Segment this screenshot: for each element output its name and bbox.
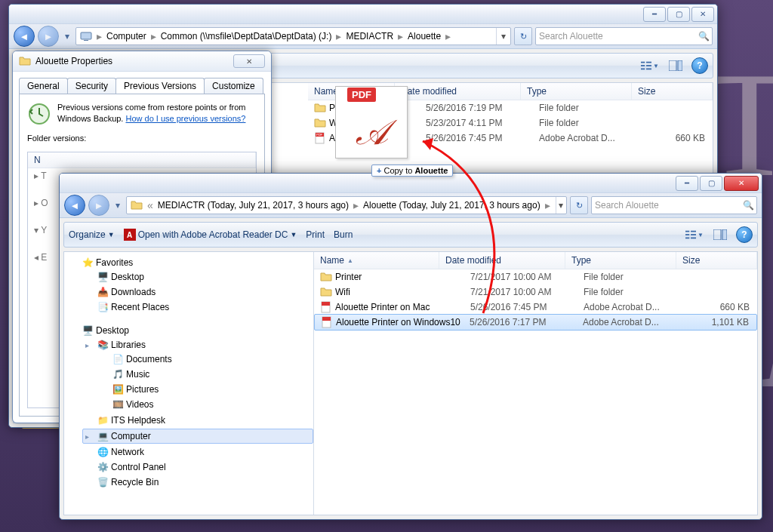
column-headers[interactable]: Name▲ Date modified Type Size [308, 83, 713, 100]
properties-titlebar[interactable]: Alouette Properties ✕ [13, 51, 271, 72]
navbar-top: ◄ ► ▾ ▸ Computer ▸ Common (\\msfile\Dept… [9, 24, 717, 49]
list-item[interactable]: Alouette Printer on Mac 5/26/2016 7:45 P… [314, 300, 757, 315]
col-date[interactable]: Date modified [439, 252, 565, 269]
tab-security[interactable]: Security [67, 78, 116, 94]
forward-button[interactable]: ► [38, 26, 59, 47]
tree-favorites[interactable]: Favorites [96, 257, 133, 268]
col-date[interactable]: Date modified [395, 83, 521, 100]
list-item[interactable]: Printer 7/21/2017 10:00 AM File folder [314, 269, 757, 284]
preview-pane-button[interactable] [710, 226, 730, 243]
close-button[interactable]: ✕ [691, 7, 714, 22]
col-name[interactable]: N [28, 152, 256, 168]
col-type[interactable]: Type [521, 83, 632, 100]
refresh-button[interactable]: ↻ [570, 196, 588, 214]
restore-icon [27, 102, 51, 126]
breadcrumb-sep[interactable]: ▸ [336, 30, 341, 42]
computer-icon [80, 30, 92, 42]
organize-button[interactable]: Organize▼ [69, 229, 115, 240]
tree-item[interactable]: Music [126, 369, 149, 380]
tree-item[interactable]: Control Panel [111, 462, 166, 472]
sort-asc-icon: ▲ [347, 257, 353, 264]
close-button[interactable]: ✕ [233, 54, 265, 68]
svg-rect-23 [322, 302, 330, 306]
col-name[interactable]: Name [320, 255, 344, 266]
address-bar[interactable]: ▸ Computer ▸ Common (\\msfile\DeptData\D… [75, 27, 511, 45]
breadcrumb-item[interactable]: Alouette (Today, July 21, 2017, 3 hours … [363, 200, 540, 211]
maximize-button[interactable]: ▢ [700, 176, 722, 191]
breadcrumb-sep[interactable]: ▸ [97, 30, 102, 42]
help-button[interactable]: ? [736, 226, 753, 243]
view-details-button[interactable]: ▼ [640, 57, 660, 74]
burn-button[interactable]: Burn [334, 229, 353, 240]
open-with-button[interactable]: A Open with Adobe Acrobat Reader DC▼ [124, 229, 297, 241]
folder-versions-label: Folder versions: [27, 134, 257, 143]
address-dropdown[interactable]: ▾ [556, 197, 566, 214]
svg-rect-19 [691, 238, 696, 239]
help-button[interactable]: ? [691, 57, 708, 74]
breadcrumb-item[interactable]: Alouette [408, 31, 441, 42]
address-bar[interactable]: « MEDIACTR (Today, July 21, 2017, 3 hour… [126, 196, 567, 214]
col-size[interactable]: Size [676, 252, 757, 269]
minimize-button[interactable]: ━ [676, 176, 698, 191]
forward-button[interactable]: ► [88, 195, 109, 216]
search-input[interactable]: Search Alouette 🔍 [591, 196, 757, 214]
breadcrumb-item[interactable]: Computer [106, 31, 146, 42]
refresh-button[interactable]: ↻ [514, 27, 532, 45]
breadcrumb-item[interactable]: MEDIACTR [346, 31, 393, 42]
tree-item[interactable]: Pictures [126, 384, 159, 395]
history-dropdown[interactable]: ▾ [112, 195, 123, 215]
tree-item-computer[interactable]: Computer [111, 431, 151, 441]
minimize-button[interactable]: ━ [643, 7, 666, 22]
titlebar-top[interactable]: ━ ▢ ✕ [9, 5, 717, 24]
search-icon: 🔍 [743, 200, 754, 211]
breadcrumb-item[interactable]: Common (\\msfile\DeptData\DeptData) (J:) [161, 31, 332, 42]
breadcrumb-sep[interactable]: « [147, 199, 153, 211]
svg-rect-17 [691, 234, 696, 235]
folder-icon: 📁 [97, 414, 109, 426]
breadcrumb-item[interactable]: MEDIACTR (Today, July 21, 2017, 3 hours … [158, 200, 349, 211]
pdf-icon [321, 316, 333, 328]
tree-libraries[interactable]: Libraries [111, 340, 146, 350]
list-item-selected[interactable]: Alouette Printer on Windows10 5/26/2016 … [314, 314, 757, 331]
address-dropdown[interactable]: ▾ [496, 28, 510, 45]
list-item[interactable]: PDFAlouette Printer … 5/26/2016 7:45 PM … [308, 131, 713, 146]
tab-general[interactable]: General [19, 78, 68, 94]
tree-item[interactable]: Recent Places [111, 302, 169, 312]
tree-item[interactable]: Network [111, 447, 144, 457]
list-item[interactable]: Wifi 7/21/2017 10:00 AM File folder [314, 284, 757, 300]
list-item[interactable]: Printer 5/26/2016 7:19 PM File folder [308, 100, 713, 115]
tree-item[interactable]: Recycle Bin [111, 477, 159, 487]
col-type[interactable]: Type [565, 252, 676, 269]
tree-item[interactable]: ITS Helpdesk [111, 415, 165, 426]
print-button[interactable]: Print [306, 229, 325, 240]
twisty-icon[interactable]: ▸ [85, 432, 94, 441]
col-size[interactable]: Size [632, 83, 713, 100]
preview-pane-button[interactable] [666, 57, 685, 74]
view-details-button[interactable]: ▼ [685, 226, 704, 243]
tree-item[interactable]: Videos [126, 399, 153, 410]
info-link[interactable]: How do I use previous versions? [125, 114, 245, 123]
tree-desktop[interactable]: Desktop [96, 325, 129, 336]
history-dropdown[interactable]: ▾ [62, 26, 72, 46]
maximize-button[interactable]: ▢ [667, 7, 690, 22]
breadcrumb-sep[interactable]: ▸ [445, 30, 451, 42]
breadcrumb-sep[interactable]: ▸ [398, 30, 403, 42]
breadcrumb-sep[interactable]: ▸ [151, 30, 156, 42]
column-headers-second[interactable]: Name▲ Date modified Type Size [314, 252, 757, 269]
tree-item[interactable]: Desktop [111, 272, 144, 282]
svg-rect-5 [646, 65, 651, 66]
back-button[interactable]: ◄ [64, 195, 85, 216]
search-input[interactable]: Search Alouette 🔍 [535, 27, 713, 45]
tab-customize[interactable]: Customize [204, 78, 263, 94]
music-icon: 🎵 [112, 368, 124, 380]
list-item[interactable]: Wifi 5/23/2017 4:11 PM File folder [308, 115, 713, 131]
breadcrumb-sep[interactable]: ▸ [353, 199, 359, 211]
breadcrumb-sep[interactable]: ▸ [545, 199, 550, 211]
tab-previous-versions[interactable]: Previous Versions [115, 78, 205, 94]
col-name[interactable]: Name [314, 86, 338, 97]
close-button[interactable]: ✕ [724, 176, 759, 191]
tree-item[interactable]: Downloads [111, 287, 156, 297]
tree-item[interactable]: Documents [126, 354, 172, 364]
back-button[interactable]: ◄ [14, 26, 35, 47]
twisty-icon[interactable]: ▸ [85, 341, 94, 349]
